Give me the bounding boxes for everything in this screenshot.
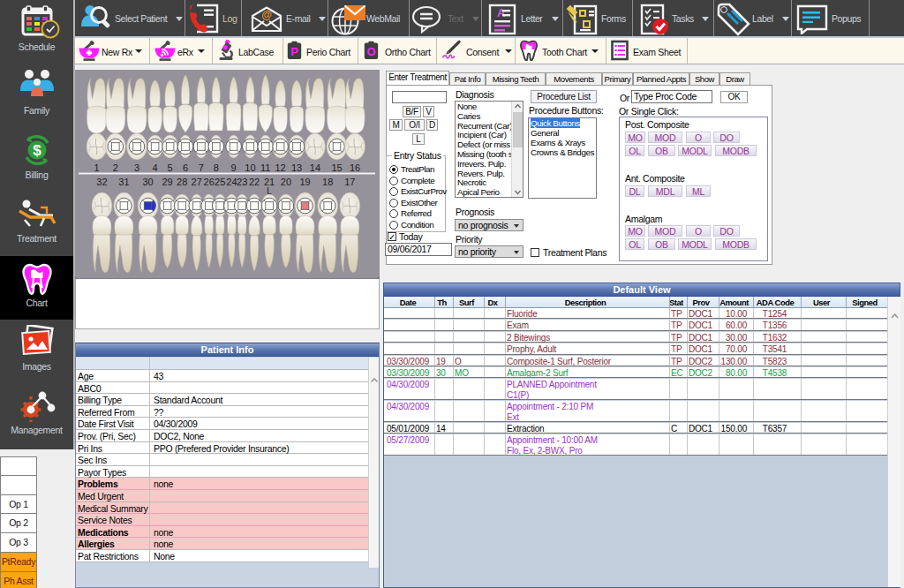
svg-text:16: 16 — [350, 162, 360, 173]
svg-text:12: 12 — [275, 162, 285, 173]
svg-text:18: 18 — [322, 177, 333, 187]
svg-text:2: 2 — [113, 162, 118, 173]
svg-text:5: 5 — [168, 162, 173, 173]
svg-text:24: 24 — [226, 177, 237, 187]
svg-text:22: 22 — [249, 177, 260, 187]
svg-text:17: 17 — [344, 177, 355, 187]
svg-text:$: $ — [33, 142, 41, 159]
svg-text:A: A — [497, 6, 506, 19]
svg-text:4: 4 — [153, 162, 158, 173]
svg-text:27: 27 — [192, 177, 202, 187]
svg-text:30: 30 — [142, 177, 153, 187]
svg-text:3: 3 — [134, 162, 139, 173]
svg-text:8: 8 — [214, 162, 219, 173]
svg-text:1: 1 — [94, 162, 99, 173]
svg-text:29: 29 — [162, 177, 172, 187]
svg-text:14: 14 — [310, 162, 320, 173]
svg-text:25: 25 — [215, 177, 225, 187]
svg-text:@: @ — [261, 9, 272, 21]
svg-text:6: 6 — [183, 162, 188, 173]
svg-text:O: O — [366, 45, 375, 58]
svg-text:32: 32 — [96, 177, 107, 187]
svg-text:19: 19 — [299, 177, 310, 187]
svg-text:10: 10 — [245, 162, 255, 173]
svg-text:15: 15 — [331, 162, 342, 173]
svg-text:23: 23 — [237, 177, 247, 187]
svg-text:26: 26 — [204, 177, 215, 187]
svg-text:P: P — [290, 45, 298, 58]
svg-text:13: 13 — [291, 162, 302, 173]
svg-text:20: 20 — [281, 177, 291, 187]
svg-text:28: 28 — [177, 177, 187, 187]
svg-text:31: 31 — [118, 177, 129, 187]
svg-text:7: 7 — [199, 162, 204, 173]
svg-text:11: 11 — [260, 162, 270, 173]
svg-text:9: 9 — [231, 162, 237, 173]
